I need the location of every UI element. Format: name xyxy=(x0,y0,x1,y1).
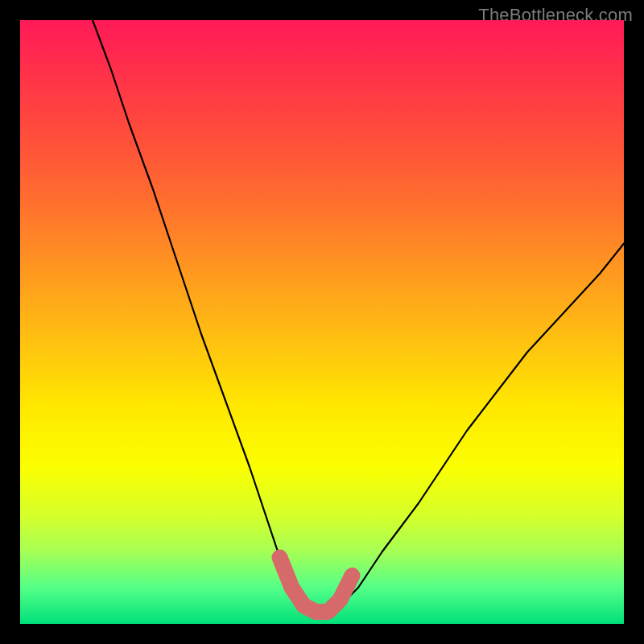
low-bottleneck-highlight xyxy=(280,558,353,613)
bottleneck-curve xyxy=(93,20,624,612)
curve-svg xyxy=(20,20,624,624)
chart-frame: TheBottleneck.com xyxy=(0,0,644,644)
plot-area xyxy=(20,20,624,624)
